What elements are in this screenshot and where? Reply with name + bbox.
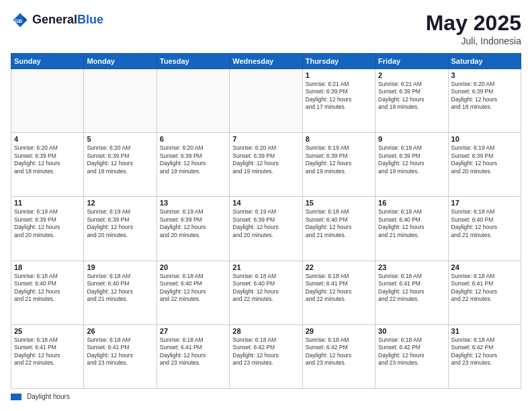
day-number: 2 [378,71,445,79]
weekday-header-saturday: Saturday [448,54,521,69]
calendar-cell: 16Sunrise: 6:18 AMSunset: 6:40 PMDayligh… [375,197,448,261]
calendar-cell: 10Sunrise: 6:19 AMSunset: 6:39 PMDayligh… [448,133,521,197]
weekday-header-thursday: Thursday [302,54,375,69]
calendar-cell: 7Sunrise: 6:20 AMSunset: 6:39 PMDaylight… [230,133,302,197]
day-number: 19 [87,263,153,271]
weekday-header-monday: Monday [84,54,157,69]
calendar-cell [230,69,302,133]
day-number: 22 [306,263,372,271]
day-number: 27 [160,327,226,335]
day-info: Sunrise: 6:20 AMSunset: 6:39 PMDaylight:… [160,144,226,175]
calendar-cell: 28Sunrise: 6:18 AMSunset: 6:42 PMDayligh… [230,324,302,388]
header: GB GeneralBlue May 2025 Juli, Indonesia [11,11,521,46]
day-number: 26 [87,327,153,335]
calendar-cell: 27Sunrise: 6:18 AMSunset: 6:41 PMDayligh… [157,324,229,388]
month-title: May 2025 [426,11,521,36]
day-number: 23 [378,263,445,271]
day-info: Sunrise: 6:18 AMSunset: 6:40 PMDaylight:… [160,273,226,304]
day-info: Sunrise: 6:18 AMSunset: 6:41 PMDaylight:… [378,273,445,304]
day-number: 5 [87,135,153,143]
calendar-cell: 14Sunrise: 6:19 AMSunset: 6:39 PMDayligh… [230,197,302,261]
calendar-cell: 21Sunrise: 6:18 AMSunset: 6:40 PMDayligh… [230,261,302,324]
calendar-cell: 17Sunrise: 6:18 AMSunset: 6:40 PMDayligh… [448,197,521,261]
calendar-cell: 11Sunrise: 6:19 AMSunset: 6:39 PMDayligh… [11,197,84,261]
title-block: May 2025 Juli, Indonesia [426,11,521,46]
day-number: 21 [232,263,299,271]
calendar-cell: 6Sunrise: 6:20 AMSunset: 6:39 PMDaylight… [157,133,229,197]
calendar-cell: 8Sunrise: 6:19 AMSunset: 6:39 PMDaylight… [302,133,375,197]
day-number: 17 [451,199,518,207]
calendar-cell: 25Sunrise: 6:18 AMSunset: 6:41 PMDayligh… [11,324,84,388]
calendar-cell: 12Sunrise: 6:19 AMSunset: 6:39 PMDayligh… [84,197,157,261]
logo-icon: GB [11,11,30,30]
calendar-cell: 1Sunrise: 6:21 AMSunset: 6:39 PMDaylight… [302,69,375,133]
daylight-swatch [11,394,21,400]
day-number: 11 [14,199,81,207]
logo-text-line1: GeneralBlue [32,13,103,27]
day-info: Sunrise: 6:18 AMSunset: 6:42 PMDaylight:… [378,336,445,367]
calendar-cell: 2Sunrise: 6:21 AMSunset: 6:39 PMDaylight… [375,69,448,133]
day-info: Sunrise: 6:18 AMSunset: 6:40 PMDaylight:… [306,208,372,239]
day-number: 7 [232,135,299,143]
footer-bar: Daylight hours [11,393,521,400]
day-number: 20 [160,263,226,271]
day-info: Sunrise: 6:19 AMSunset: 6:39 PMDaylight:… [87,208,153,239]
calendar-cell: 3Sunrise: 6:20 AMSunset: 6:39 PMDaylight… [448,69,521,133]
day-info: Sunrise: 6:19 AMSunset: 6:39 PMDaylight:… [378,144,445,175]
footer-label: Daylight hours [27,393,70,400]
day-number: 18 [14,263,81,271]
calendar-cell: 30Sunrise: 6:18 AMSunset: 6:42 PMDayligh… [375,324,448,388]
day-number: 10 [451,135,518,143]
day-number: 30 [378,327,445,335]
day-info: Sunrise: 6:18 AMSunset: 6:40 PMDaylight:… [14,273,81,304]
day-info: Sunrise: 6:18 AMSunset: 6:41 PMDaylight:… [451,273,518,304]
calendar-cell: 31Sunrise: 6:18 AMSunset: 6:42 PMDayligh… [448,324,521,388]
day-number: 29 [306,327,372,335]
day-info: Sunrise: 6:18 AMSunset: 6:42 PMDaylight:… [306,336,372,367]
day-number: 3 [451,71,518,79]
calendar-cell [157,69,229,133]
day-number: 14 [232,199,299,207]
day-number: 16 [378,199,445,207]
day-number: 25 [14,327,81,335]
svg-text:GB: GB [14,18,22,24]
calendar-cell: 22Sunrise: 6:18 AMSunset: 6:41 PMDayligh… [302,261,375,324]
day-number: 13 [160,199,226,207]
calendar-cell: 13Sunrise: 6:19 AMSunset: 6:39 PMDayligh… [157,197,229,261]
location-subtitle: Juli, Indonesia [426,36,521,46]
day-info: Sunrise: 6:21 AMSunset: 6:39 PMDaylight:… [306,81,372,111]
calendar-cell: 19Sunrise: 6:18 AMSunset: 6:40 PMDayligh… [84,261,157,324]
day-info: Sunrise: 6:20 AMSunset: 6:39 PMDaylight:… [451,81,518,111]
calendar-cell: 29Sunrise: 6:18 AMSunset: 6:42 PMDayligh… [302,324,375,388]
day-number: 8 [306,135,372,143]
day-number: 24 [451,263,518,271]
calendar-cell: 24Sunrise: 6:18 AMSunset: 6:41 PMDayligh… [448,261,521,324]
page: GB GeneralBlue May 2025 Juli, Indonesia … [0,0,532,411]
logo: GB GeneralBlue [11,11,103,30]
day-info: Sunrise: 6:20 AMSunset: 6:39 PMDaylight:… [14,144,81,175]
calendar-cell: 20Sunrise: 6:18 AMSunset: 6:40 PMDayligh… [157,261,229,324]
weekday-header-tuesday: Tuesday [157,54,229,69]
day-info: Sunrise: 6:18 AMSunset: 6:41 PMDaylight:… [87,336,153,367]
day-info: Sunrise: 6:19 AMSunset: 6:39 PMDaylight:… [306,144,372,175]
day-info: Sunrise: 6:20 AMSunset: 6:39 PMDaylight:… [232,144,299,175]
weekday-header-friday: Friday [375,54,448,69]
weekday-header-wednesday: Wednesday [230,54,302,69]
day-info: Sunrise: 6:18 AMSunset: 6:40 PMDaylight:… [378,208,445,239]
day-number: 15 [306,199,372,207]
weekday-header-row: SundayMondayTuesdayWednesdayThursdayFrid… [11,54,521,69]
week-row-2: 4Sunrise: 6:20 AMSunset: 6:39 PMDaylight… [11,133,521,197]
day-info: Sunrise: 6:18 AMSunset: 6:42 PMDaylight:… [232,336,299,367]
day-info: Sunrise: 6:18 AMSunset: 6:41 PMDaylight:… [14,336,81,367]
calendar-cell: 5Sunrise: 6:20 AMSunset: 6:39 PMDaylight… [84,133,157,197]
day-info: Sunrise: 6:18 AMSunset: 6:40 PMDaylight:… [232,273,299,304]
week-row-3: 11Sunrise: 6:19 AMSunset: 6:39 PMDayligh… [11,197,521,261]
day-info: Sunrise: 6:18 AMSunset: 6:41 PMDaylight:… [160,336,226,367]
day-info: Sunrise: 6:18 AMSunset: 6:41 PMDaylight:… [306,273,372,304]
day-number: 31 [451,327,518,335]
day-number: 9 [378,135,445,143]
day-number: 1 [306,71,372,79]
calendar-cell: 15Sunrise: 6:18 AMSunset: 6:40 PMDayligh… [302,197,375,261]
day-info: Sunrise: 6:19 AMSunset: 6:39 PMDaylight:… [160,208,226,239]
calendar-cell [11,69,84,133]
